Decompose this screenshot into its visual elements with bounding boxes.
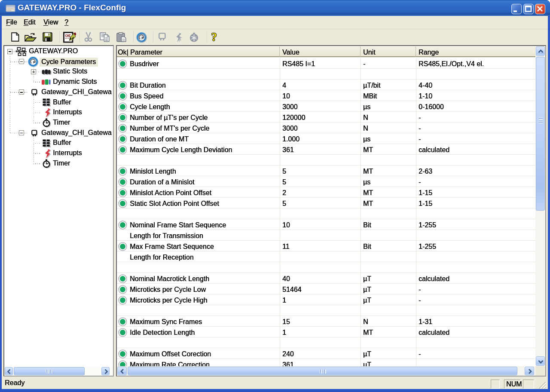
svg-text:?: ? [211, 31, 217, 43]
svg-text:CHI: CHI [65, 34, 70, 38]
